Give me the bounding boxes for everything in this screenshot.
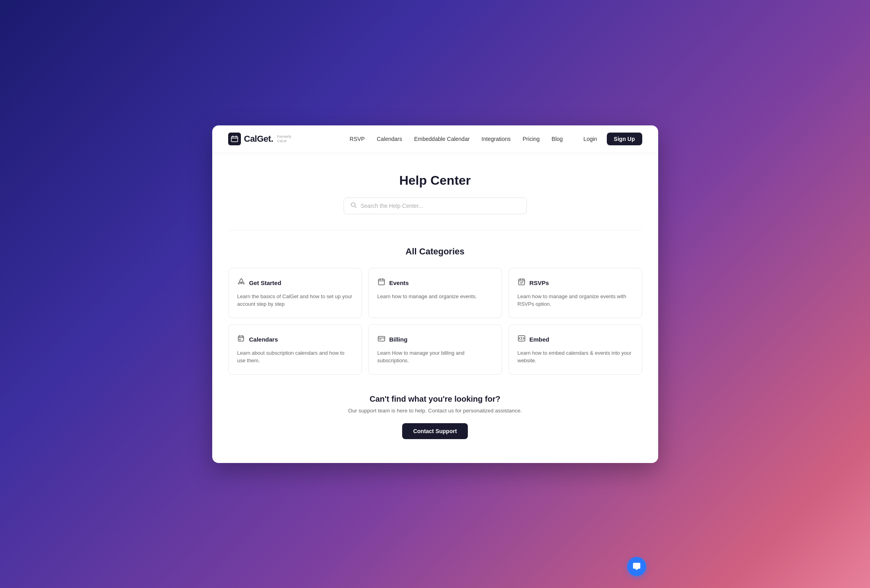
- card-header: Events: [377, 278, 493, 288]
- svg-line-5: [355, 206, 356, 208]
- cta-section: Can't find what you're looking for? Our …: [228, 395, 642, 439]
- calendar-icon: [377, 278, 385, 288]
- categories-section: All Categories Get Started: [228, 246, 642, 375]
- nav-auth: Login Sign Up: [579, 133, 642, 145]
- card-desc-rsvps: Learn how to manage and organize events …: [518, 293, 633, 308]
- card-desc-embed: Learn how to embed calendars & events in…: [518, 349, 633, 365]
- category-card-get-started[interactable]: Get Started Learn the basics of CalGet a…: [228, 268, 362, 318]
- category-card-calendars[interactable]: Calendars Learn about subscription calen…: [228, 324, 362, 375]
- login-button[interactable]: Login: [579, 133, 602, 145]
- svg-rect-0: [231, 137, 238, 142]
- embed-icon: [518, 334, 526, 344]
- search-input[interactable]: [361, 203, 520, 209]
- search-bar: [344, 197, 527, 214]
- rocket-icon: [237, 278, 245, 288]
- card-title-rsvps: RSVPs: [530, 279, 549, 286]
- nav-pricing[interactable]: Pricing: [523, 136, 540, 142]
- card-header: Embed: [518, 334, 633, 344]
- hero-section: Help Center: [228, 173, 642, 214]
- rsvp-icon: [518, 278, 526, 288]
- card-header: RSVPs: [518, 278, 633, 288]
- navbar: CalGet. Formerly Cal.et RSVP Calendars E…: [212, 125, 658, 153]
- logo-formerly: Formerly Cal.et: [277, 135, 291, 143]
- contact-support-button[interactable]: Contact Support: [402, 423, 468, 439]
- svg-rect-7: [378, 279, 384, 285]
- categories-title: All Categories: [228, 246, 642, 257]
- cta-subtitle: Our support team is here to help. Contac…: [228, 408, 642, 414]
- nav-embeddable-calendar[interactable]: Embeddable Calendar: [414, 136, 469, 142]
- chat-bubble[interactable]: [627, 557, 646, 576]
- card-header: Billing: [377, 334, 493, 344]
- svg-point-6: [240, 281, 242, 283]
- categories-grid: Get Started Learn the basics of CalGet a…: [228, 268, 642, 375]
- card-title-get-started: Get Started: [249, 279, 282, 286]
- svg-rect-20: [378, 336, 385, 341]
- billing-icon: [377, 334, 385, 344]
- page-title: Help Center: [228, 173, 642, 188]
- logo-area: CalGet. Formerly Cal.et: [228, 133, 291, 145]
- card-title-events: Events: [389, 279, 409, 286]
- card-title-billing: Billing: [389, 336, 408, 343]
- nav-rsvp[interactable]: RSVP: [350, 136, 365, 142]
- svg-rect-19: [239, 339, 240, 340]
- category-card-billing[interactable]: Billing Learn How to manage your billing…: [368, 324, 502, 375]
- svg-rect-11: [518, 279, 524, 285]
- card-title-calendars: Calendars: [249, 336, 278, 343]
- card-desc-calendars: Learn about subscription calendars and h…: [237, 349, 353, 365]
- category-card-events[interactable]: Events Learn how to manage and organize …: [368, 268, 502, 318]
- nav-calendars[interactable]: Calendars: [377, 136, 402, 142]
- svg-rect-15: [238, 336, 243, 341]
- card-header: Calendars: [237, 334, 353, 344]
- main-content: Help Center All Categories: [212, 153, 658, 463]
- card-desc-billing: Learn How to manage your billing and sub…: [377, 349, 493, 365]
- card-desc-events: Learn how to manage and organize events.: [377, 293, 493, 301]
- calendars-icon: [237, 334, 245, 344]
- card-title-embed: Embed: [530, 336, 549, 343]
- category-card-rsvps[interactable]: RSVPs Learn how to manage and organize e…: [508, 268, 642, 318]
- cta-title: Can't find what you're looking for?: [228, 395, 642, 404]
- logo-text: CalGet.: [244, 134, 274, 144]
- nav-integrations[interactable]: Integrations: [481, 136, 510, 142]
- signup-button[interactable]: Sign Up: [607, 133, 642, 145]
- section-divider: [228, 230, 642, 231]
- card-desc-get-started: Learn the basics of CalGet and how to se…: [237, 293, 353, 308]
- nav-blog[interactable]: Blog: [551, 136, 563, 142]
- search-icon: [350, 202, 357, 210]
- logo-icon: [228, 133, 241, 145]
- card-header: Get Started: [237, 278, 353, 288]
- nav-links: RSVP Calendars Embeddable Calendar Integ…: [350, 135, 563, 143]
- category-card-embed[interactable]: Embed Learn how to embed calendars & eve…: [508, 324, 642, 375]
